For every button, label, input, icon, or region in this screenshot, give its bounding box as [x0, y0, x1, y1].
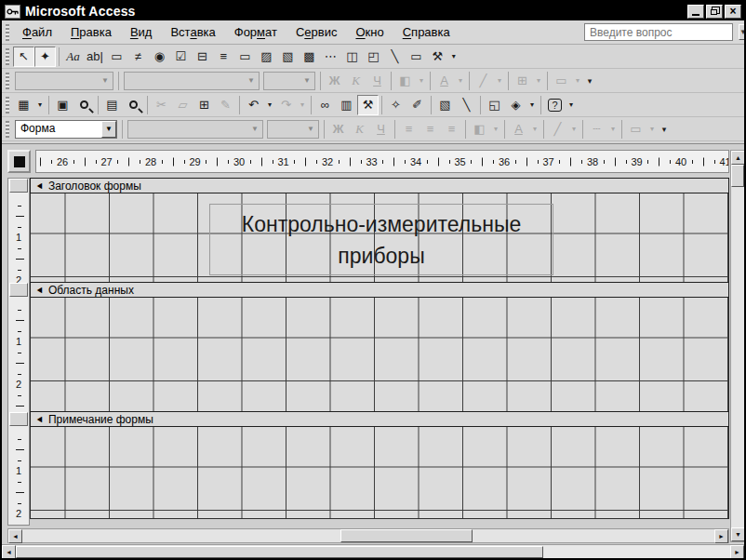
- object-select-value: [16, 73, 98, 89]
- chevron-down-icon[interactable]: ▼: [739, 24, 746, 40]
- control-wizard-button[interactable]: ✦: [34, 47, 56, 67]
- menu-Формат[interactable]: Формат: [225, 22, 286, 42]
- build-button[interactable]: ╲: [456, 95, 477, 115]
- section-selector[interactable]: [9, 179, 28, 193]
- bound-object-frame-button[interactable]: ▩: [299, 47, 320, 67]
- toolbar-grip-handle[interactable]: [6, 121, 9, 138]
- option-group-button[interactable]: ▭: [106, 47, 127, 67]
- object-select-value: Форма: [16, 121, 101, 138]
- toolbar-options-button[interactable]: ▾: [583, 71, 596, 91]
- menu-Правка[interactable]: Правка: [61, 22, 121, 42]
- new-object-dropdown[interactable]: ▾: [526, 95, 538, 115]
- scroll-down-icon[interactable]: ▼: [731, 527, 745, 541]
- unbound-object-frame-button[interactable]: ▧: [277, 47, 299, 67]
- ruler-tick: [73, 160, 74, 164]
- object-select-combo[interactable]: Форма▼: [15, 120, 117, 139]
- font-name-dropdown-icon: ▼: [247, 121, 262, 138]
- undo-dropdown[interactable]: ▾: [264, 95, 275, 115]
- database-window-button[interactable]: ◱: [484, 95, 505, 115]
- image-button[interactable]: ▨: [256, 47, 277, 67]
- code-button[interactable]: ✐: [406, 95, 428, 115]
- subform-button[interactable]: ◰: [363, 47, 384, 67]
- toolbar-grip-handle[interactable]: [6, 73, 9, 89]
- form-horizontal-scrollbar[interactable]: ◄ ►: [7, 528, 729, 543]
- page-break-button[interactable]: ⋯: [320, 47, 341, 67]
- file-search-button[interactable]: [73, 95, 95, 115]
- toolbar-options-button[interactable]: ▾: [658, 119, 671, 140]
- minimize-button[interactable]: [687, 5, 704, 19]
- combobox-button[interactable]: ⊟: [192, 47, 213, 67]
- object-select-dropdown-icon[interactable]: ▼: [101, 121, 116, 138]
- vertical-scroll-thumb[interactable]: [731, 165, 744, 187]
- menu-Вид[interactable]: Вид: [121, 22, 162, 42]
- label-button[interactable]: Aa: [62, 47, 84, 67]
- insert-hyperlink-button[interactable]: ∞: [314, 95, 336, 115]
- toolbar-separator: [504, 120, 505, 139]
- scroll-right-icon[interactable]: ►: [714, 529, 728, 543]
- field-list-button[interactable]: ▥: [336, 95, 357, 115]
- toggle-button-button[interactable]: ≠: [127, 47, 149, 67]
- horizontal-ruler[interactable]: 26272829303132333435363738394041: [35, 150, 729, 173]
- command-button-button[interactable]: ▭: [234, 47, 256, 67]
- ruler-tick: [140, 160, 140, 164]
- line-button[interactable]: ╲: [384, 47, 406, 67]
- more-controls-button[interactable]: ⚒: [427, 47, 448, 67]
- vertical-ruler[interactable]: 121212: [7, 178, 30, 526]
- section-selector[interactable]: [9, 412, 28, 426]
- close-button[interactable]: ×: [725, 5, 741, 19]
- help-button[interactable]: ?: [544, 95, 566, 115]
- ask-question-box[interactable]: ▼: [584, 23, 733, 41]
- menu-Файл[interactable]: Файл: [13, 22, 61, 42]
- undo-button[interactable]: ↶: [243, 95, 264, 115]
- menu-Справка[interactable]: Справка: [393, 22, 460, 42]
- form-title-label[interactable]: Контрольно-измерительные приборы: [209, 204, 553, 275]
- save-button[interactable]: ▣: [52, 95, 73, 115]
- print-button[interactable]: ▤: [101, 95, 123, 115]
- listbox-button[interactable]: ≡: [213, 47, 234, 67]
- select-pointer-button[interactable]: ↖: [13, 47, 34, 67]
- properties-button[interactable]: ▧: [434, 95, 456, 115]
- view-dropdown[interactable]: ▾: [34, 95, 46, 115]
- ruler-tick: [51, 160, 52, 164]
- menu-Окно[interactable]: Окно: [346, 22, 393, 42]
- toolbar-grip-handle[interactable]: [6, 97, 9, 113]
- more-controls-dropdown[interactable]: ▾: [448, 47, 460, 67]
- help-dropdown[interactable]: ▾: [566, 95, 577, 115]
- checkbox-button[interactable]: ☑: [170, 47, 192, 67]
- form-selector-box[interactable]: [7, 150, 31, 173]
- scroll-right-icon[interactable]: ►: [730, 545, 744, 559]
- tab-control-button[interactable]: ◫: [341, 47, 363, 67]
- window-scroll-thumb[interactable]: [16, 546, 543, 558]
- menu-Сервис[interactable]: Сервис: [286, 22, 347, 42]
- section-bar-form-header[interactable]: ◄Заголовок формы: [30, 178, 729, 193]
- restore-button[interactable]: [706, 5, 723, 19]
- section-grid-form-header[interactable]: Контрольно-измерительные приборы: [30, 193, 729, 282]
- ask-question-input[interactable]: [585, 24, 739, 40]
- menu-Вставка[interactable]: Вставка: [161, 22, 224, 42]
- toolbox-button[interactable]: ⚒: [357, 95, 379, 115]
- section-bar-detail[interactable]: ◄Область данных: [30, 282, 729, 298]
- section-bar-form-footer[interactable]: ◄Примечание формы: [30, 411, 729, 427]
- rectangle-button[interactable]: ▭: [406, 47, 427, 67]
- option-button-button[interactable]: ◉: [149, 47, 170, 67]
- toolbar-grip-handle[interactable]: [6, 48, 9, 65]
- section-selector[interactable]: [9, 283, 28, 297]
- vertical-scrollbar[interactable]: ▲ ▼: [730, 150, 745, 542]
- menubar-grip-handle[interactable]: [6, 24, 9, 41]
- scroll-left-icon[interactable]: ◄: [8, 529, 22, 543]
- section-grid-detail[interactable]: [30, 298, 729, 411]
- view-button[interactable]: ▦: [13, 95, 34, 115]
- section-grid-form-footer[interactable]: [30, 427, 729, 519]
- textbox-button[interactable]: ab|: [84, 47, 106, 67]
- ruler-number: 27: [99, 156, 113, 167]
- ruler-number: 28: [143, 156, 158, 167]
- window-horizontal-scrollbar[interactable]: ◄ ►: [2, 544, 744, 558]
- paste-button[interactable]: ⊞: [193, 95, 215, 115]
- print-preview-button[interactable]: [123, 95, 144, 115]
- scroll-up-icon[interactable]: ▲: [731, 151, 745, 165]
- ruler-tick: [16, 320, 24, 321]
- scroll-left-icon[interactable]: ◄: [2, 545, 16, 559]
- autoformat-button[interactable]: ✧: [385, 95, 406, 115]
- new-object-button[interactable]: ◈: [505, 95, 526, 115]
- horizontal-scroll-thumb[interactable]: [340, 529, 472, 542]
